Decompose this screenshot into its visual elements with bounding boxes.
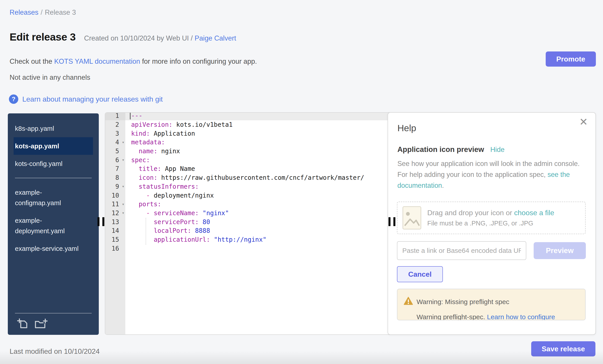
line-number: 4 bbox=[115, 139, 119, 146]
file-name-wrap: configmap.yaml bbox=[15, 198, 92, 208]
git-help-label: Learn about managing your releases with … bbox=[22, 95, 163, 103]
line-number: 3 bbox=[115, 130, 119, 137]
page-title: Edit release 3 bbox=[10, 31, 76, 43]
fold-arrow-icon[interactable]: ▾ bbox=[122, 202, 124, 206]
line-number: 13 bbox=[112, 218, 119, 226]
promote-button[interactable]: Promote bbox=[546, 52, 596, 66]
sidebar-actions bbox=[14, 318, 93, 331]
warning-title: Warning: Missing preflight spec bbox=[417, 298, 509, 306]
line-number-cell: 14 bbox=[105, 226, 125, 235]
line-number-cell: 13 bbox=[105, 217, 125, 226]
line-number-cell: 11 ▾ bbox=[105, 200, 125, 209]
file-name: kots-config.yaml bbox=[15, 158, 92, 169]
line-number: 7 bbox=[115, 165, 119, 172]
created-text: Created on 10/10/2024 by Web UI / bbox=[84, 34, 195, 42]
warning-detail-text: Warning preflight-spec. bbox=[417, 313, 487, 320]
icon-dropzone[interactable]: Drag and drop your icon or choose a file… bbox=[397, 202, 586, 234]
close-icon[interactable]: ✕ bbox=[579, 117, 588, 127]
channel-status: Not active in any channels bbox=[10, 74, 90, 82]
dropzone-note: File must be a .PNG, .JPEG, or .JPG bbox=[427, 220, 554, 227]
line-number-cell: 15 bbox=[105, 235, 125, 244]
file-list: k8s-app.yaml kots-app.yaml kots-config.y… bbox=[8, 113, 99, 172]
created-by-link[interactable]: Paige Calvert bbox=[195, 34, 236, 42]
icon-url-input[interactable] bbox=[397, 241, 526, 260]
help-circle-icon: ? bbox=[9, 94, 18, 104]
fold-arrow-icon[interactable]: ▾ bbox=[122, 211, 124, 215]
file-name: k8s-app.yaml bbox=[15, 123, 92, 134]
breadcrumb-current: Release 3 bbox=[45, 9, 76, 16]
line-number-cell: 6 ▾ bbox=[105, 155, 125, 165]
indent-guide bbox=[146, 218, 146, 245]
breadcrumb-releases-link[interactable]: Releases bbox=[10, 9, 38, 16]
sidebar-item-kots-config[interactable]: kots-config.yaml bbox=[14, 155, 93, 172]
dropzone-text: Drag and drop your icon or choose a file… bbox=[427, 209, 554, 227]
icon-preview-description: See how your application icon will look … bbox=[397, 158, 580, 191]
docs-prefix: Check out the bbox=[10, 57, 54, 65]
title-row: Edit release 3 Created on 10/10/2024 by … bbox=[10, 31, 236, 43]
add-folder-icon[interactable] bbox=[35, 318, 47, 330]
dropzone-label: Drag and drop your icon or bbox=[427, 209, 514, 217]
sidebar-item-example-configmap[interactable]: example-configmap.yaml bbox=[14, 184, 93, 212]
line-number: 12 bbox=[112, 210, 119, 217]
edit-release-page: Releases/Release 3 Edit release 3 Create… bbox=[0, 0, 603, 364]
sidebar-footer bbox=[14, 313, 93, 331]
breadcrumb: Releases/Release 3 bbox=[10, 9, 76, 16]
line-number: 10 bbox=[112, 192, 119, 199]
add-file-icon[interactable] bbox=[17, 318, 29, 330]
line-number-cell: 10 bbox=[105, 191, 125, 200]
git-help-link[interactable]: ? Learn about managing your releases wit… bbox=[9, 94, 163, 104]
warning-detail: Warning preflight-spec. Learn how to con… bbox=[417, 313, 555, 320]
fold-arrow-icon[interactable]: ▾ bbox=[122, 158, 124, 162]
line-number: 16 bbox=[112, 245, 119, 252]
line-number-cell: 2 bbox=[105, 120, 125, 129]
docs-suffix: for more info on configuring your app. bbox=[140, 57, 257, 65]
icon-preview-title: Application icon preview bbox=[397, 145, 484, 154]
sidebar-footer-divider bbox=[15, 313, 92, 313]
line-number: 1 bbox=[115, 112, 119, 119]
file-name-wrap: deployment.yaml bbox=[15, 226, 92, 236]
cancel-button[interactable]: Cancel bbox=[397, 266, 443, 282]
line-number-cell: 3 bbox=[105, 129, 125, 138]
text-cursor bbox=[130, 112, 131, 119]
line-number: 6 bbox=[115, 156, 119, 164]
sidebar-item-example-service[interactable]: example-service.yaml bbox=[14, 240, 93, 257]
line-number-cell: 1 bbox=[105, 112, 125, 120]
help-panel-title: Help bbox=[397, 123, 416, 133]
preview-button[interactable]: Preview bbox=[534, 242, 586, 259]
line-number: 2 bbox=[115, 121, 119, 128]
line-number-cell: 5 bbox=[105, 147, 125, 156]
created-meta: Created on 10/10/2024 by Web UI / Paige … bbox=[84, 34, 236, 42]
line-number: 11 bbox=[112, 200, 119, 208]
hide-link[interactable]: Hide bbox=[490, 146, 505, 154]
file-name: kots-app.yaml bbox=[15, 141, 92, 151]
line-number-cell: 7 bbox=[105, 165, 125, 173]
save-release-button[interactable]: Save release bbox=[531, 341, 595, 356]
last-modified-text: Last modified on 10/10/2024 bbox=[10, 347, 100, 355]
line-number: 9 bbox=[115, 183, 119, 190]
help-panel-resize-handle[interactable] bbox=[388, 217, 395, 226]
docs-line: Check out the KOTS YAML documentation fo… bbox=[10, 57, 257, 66]
choose-file-link[interactable]: choose a file bbox=[514, 209, 554, 217]
sidebar-divider bbox=[15, 178, 92, 178]
sidebar-item-example-deployment[interactable]: example-deployment.yaml bbox=[14, 212, 93, 240]
line-number: 15 bbox=[112, 236, 119, 243]
line-number-cell: 16 bbox=[105, 244, 125, 253]
file-name: example-service.yaml bbox=[15, 243, 92, 254]
warning-triangle-icon bbox=[404, 297, 413, 305]
fold-arrow-icon[interactable]: ▾ bbox=[122, 140, 124, 144]
line-number: 8 bbox=[115, 174, 119, 181]
learn-configure-link[interactable]: Learn how to configure bbox=[487, 313, 555, 320]
file-name: example- bbox=[15, 215, 92, 226]
icon-preview-header: Application icon preview Hide bbox=[397, 145, 505, 154]
breadcrumb-separator: / bbox=[41, 9, 43, 16]
line-number: 5 bbox=[115, 147, 119, 155]
sidebar-item-kots-app[interactable]: kots-app.yaml bbox=[14, 137, 93, 155]
fold-arrow-icon[interactable]: ▾ bbox=[122, 184, 124, 188]
file-list-examples: example-configmap.yaml example-deploymen… bbox=[8, 184, 99, 257]
sidebar-resize-handle[interactable] bbox=[97, 217, 104, 226]
preflight-warning: Warning: Missing preflight spec Warning … bbox=[397, 289, 586, 320]
sidebar-item-k8s-app[interactable]: k8s-app.yaml bbox=[14, 120, 93, 137]
help-panel: ✕ Help Application icon preview Hide See… bbox=[388, 112, 596, 335]
line-number-cell: 8 bbox=[105, 173, 125, 182]
kots-docs-link[interactable]: KOTS YAML documentation bbox=[54, 57, 140, 65]
